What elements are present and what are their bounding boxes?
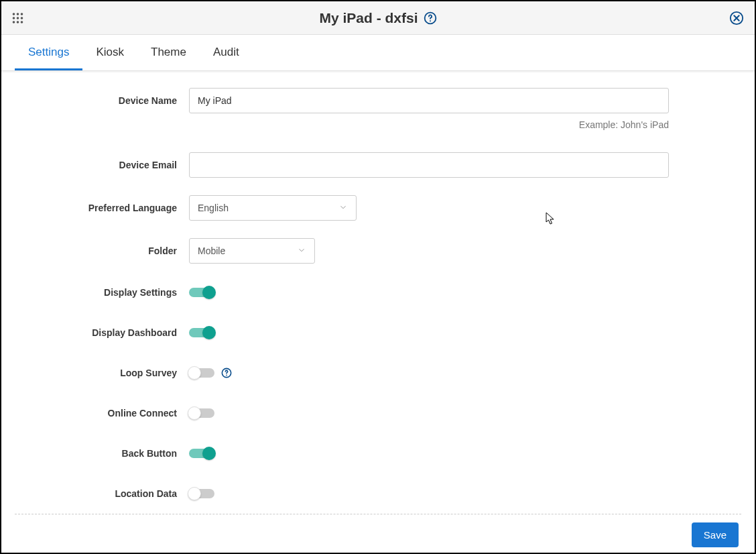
online-connect-label: Online Connect xyxy=(17,408,189,419)
tabs: Settings Kiosk Theme Audit xyxy=(1,35,755,71)
footer: Save xyxy=(1,514,755,554)
chevron-down-icon xyxy=(338,203,348,214)
display-settings-label: Display Settings xyxy=(17,287,189,298)
svg-point-7 xyxy=(17,21,19,23)
svg-point-4 xyxy=(17,17,19,19)
chevron-down-icon xyxy=(297,245,306,257)
svg-point-1 xyxy=(17,13,19,15)
svg-point-0 xyxy=(13,13,15,15)
close-icon[interactable] xyxy=(729,11,744,25)
apps-grid-icon[interactable] xyxy=(12,12,23,23)
save-button[interactable]: Save xyxy=(692,522,739,547)
page-title: My iPad - dxfsi xyxy=(319,10,436,26)
display-dashboard-label: Display Dashboard xyxy=(17,327,189,338)
tab-settings[interactable]: Settings xyxy=(15,35,82,70)
display-settings-toggle[interactable] xyxy=(189,288,214,297)
svg-point-3 xyxy=(13,17,15,19)
back-button-toggle[interactable] xyxy=(189,449,214,458)
svg-point-2 xyxy=(21,13,23,15)
svg-point-13 xyxy=(226,374,227,376)
loop-survey-toggle[interactable] xyxy=(189,368,214,378)
online-connect-toggle[interactable] xyxy=(189,408,214,418)
preferred-language-select[interactable]: English xyxy=(189,195,357,221)
page-title-text: My iPad - dxfsi xyxy=(319,10,418,26)
folder-label: Folder xyxy=(17,245,189,256)
preferred-language-label: Preferred Language xyxy=(17,203,189,213)
device-email-input[interactable] xyxy=(189,152,669,178)
device-email-label: Device Email xyxy=(17,160,189,170)
svg-point-8 xyxy=(21,21,23,23)
folder-select[interactable]: Mobile xyxy=(189,238,315,264)
preferred-language-value: English xyxy=(198,203,229,213)
device-name-hint: Example: John's iPad xyxy=(189,119,669,130)
device-name-label: Device Name xyxy=(17,95,189,106)
tab-theme[interactable]: Theme xyxy=(137,35,200,70)
help-icon[interactable] xyxy=(424,11,437,25)
svg-point-6 xyxy=(13,21,15,23)
tab-audit[interactable]: Audit xyxy=(200,35,253,70)
header: My iPad - dxfsi xyxy=(1,1,755,35)
svg-point-10 xyxy=(430,20,431,21)
back-button-label: Back Button xyxy=(17,448,189,459)
svg-point-5 xyxy=(21,17,23,19)
loop-survey-label: Loop Survey xyxy=(17,368,189,378)
device-name-input[interactable] xyxy=(189,88,669,113)
location-data-label: Location Data xyxy=(17,488,189,499)
settings-form: Device Name Example: John's iPad Device … xyxy=(1,71,755,506)
folder-value: Mobile xyxy=(198,245,225,256)
tab-kiosk[interactable]: Kiosk xyxy=(82,35,137,70)
display-dashboard-toggle[interactable] xyxy=(189,328,214,337)
help-icon[interactable] xyxy=(221,368,232,378)
location-data-toggle[interactable] xyxy=(189,489,214,498)
